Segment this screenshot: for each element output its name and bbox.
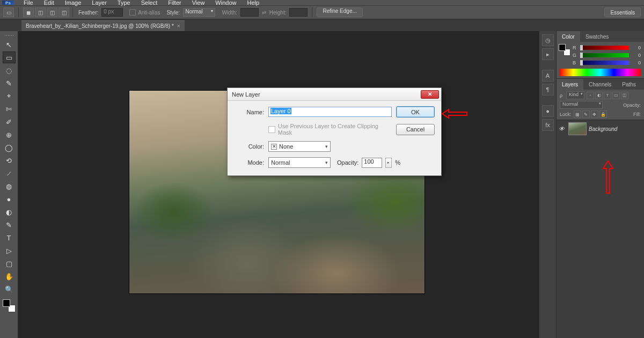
tool-preset-icon[interactable]: ▭ xyxy=(3,8,14,17)
blend-mode-dialog-select[interactable]: Normal xyxy=(268,157,331,168)
style-select[interactable]: Normal xyxy=(183,8,215,17)
lock-pixels-icon[interactable]: ✎ xyxy=(582,111,590,118)
filter-smart-icon[interactable]: ◫ xyxy=(621,92,628,99)
dialog-close-button[interactable]: ✕ xyxy=(421,90,439,99)
quick-select-tool[interactable]: ✎ xyxy=(3,77,16,89)
menu-select[interactable]: Select xyxy=(136,0,163,6)
b-slider[interactable] xyxy=(580,61,629,65)
color-label: Color: xyxy=(234,143,264,150)
opacity-spinner[interactable]: ▸ xyxy=(385,158,392,168)
menu-edit[interactable]: Edit xyxy=(39,0,60,6)
tab-paths[interactable]: Paths xyxy=(617,79,641,90)
select-add-icon[interactable]: ◫ xyxy=(35,8,46,17)
type-tool[interactable]: T xyxy=(3,232,16,244)
dialog-titlebar[interactable]: New Layer ✕ xyxy=(228,88,441,101)
filter-type-icon[interactable]: T xyxy=(604,92,611,99)
layer-thumbnail[interactable] xyxy=(568,122,587,135)
lock-position-icon[interactable]: ✥ xyxy=(591,111,598,118)
height-input xyxy=(289,8,308,17)
crop-tool[interactable]: ⌖ xyxy=(3,90,16,102)
zoom-tool[interactable]: 🔍 xyxy=(3,283,16,295)
history-brush-tool[interactable]: ⟲ xyxy=(3,155,16,166)
healing-tool[interactable]: ✐ xyxy=(3,116,16,128)
lock-all-icon[interactable]: 🔒 xyxy=(599,111,607,118)
b-label: B xyxy=(573,60,578,65)
tools-grip-icon[interactable] xyxy=(3,33,16,38)
layer-kind-filter[interactable]: Kind xyxy=(566,91,584,99)
tab-channels[interactable]: Channels xyxy=(583,79,617,90)
feather-input[interactable]: 0 px xyxy=(101,8,123,17)
marquee-tool[interactable]: ▭ xyxy=(3,52,16,63)
stamp-tool[interactable]: ◯ xyxy=(3,142,16,153)
svg-marker-1 xyxy=(603,161,613,193)
spectrum-ramp[interactable] xyxy=(560,69,641,76)
menu-layer[interactable]: Layer xyxy=(86,0,112,6)
annotation-arrow-ok xyxy=(442,109,467,118)
menu-filter[interactable]: Filter xyxy=(163,0,186,6)
visibility-eye-icon[interactable]: 👁 xyxy=(559,126,566,132)
menu-image[interactable]: Image xyxy=(60,0,87,6)
r-slider[interactable] xyxy=(580,46,629,50)
lock-transparent-icon[interactable]: ▦ xyxy=(574,111,581,118)
menu-type[interactable]: Type xyxy=(112,0,136,6)
shape-tool[interactable]: ▢ xyxy=(3,258,16,269)
canvas-area[interactable] xyxy=(18,31,539,338)
tools-panel: ↖ ▭ ◌ ✎ ⌖ ✄ ✐ ⊕ ◯ ⟲ ⟋ ◍ ● ◐ ✎ T ▷ ▢ ✋ 🔍 xyxy=(0,31,18,338)
layers-panel: ρ Kind ▫ ◐ T ▭ ◫ Normal Opacity: Lock: ▦… xyxy=(557,90,644,338)
g-slider[interactable] xyxy=(580,53,629,57)
move-tool[interactable]: ↖ xyxy=(3,39,16,50)
select-new-icon[interactable]: ◼ xyxy=(23,8,34,17)
menubar: Ps File Edit Image Layer Type Select Fil… xyxy=(0,0,644,5)
anti-alias-checkbox xyxy=(129,9,136,16)
filter-shape-icon[interactable]: ▭ xyxy=(612,92,620,99)
cancel-button[interactable]: Cancel xyxy=(396,124,435,135)
ok-button[interactable]: OK xyxy=(396,106,435,117)
layer-item-background[interactable]: 👁 Background xyxy=(557,121,644,136)
gradient-tool[interactable]: ◍ xyxy=(3,180,16,192)
menu-view[interactable]: View xyxy=(187,0,210,6)
eyedropper-tool[interactable]: ✄ xyxy=(3,103,16,115)
filter-pixel-icon[interactable]: ▫ xyxy=(587,92,594,99)
color-swatch-pair[interactable] xyxy=(3,299,16,312)
lock-label: Lock: xyxy=(560,112,572,117)
document-tab[interactable]: Braveheart_by_-Kilian_Schinberger-19.jpg… xyxy=(21,20,185,31)
eraser-tool[interactable]: ⟋ xyxy=(3,167,16,179)
blur-tool[interactable]: ● xyxy=(3,193,16,205)
tab-swatches[interactable]: Swatches xyxy=(580,31,614,42)
menu-file[interactable]: File xyxy=(18,0,39,6)
filter-adjust-icon[interactable]: ◐ xyxy=(595,92,603,99)
anti-alias-label: Anti-alias xyxy=(138,10,160,16)
path-tool[interactable]: ▷ xyxy=(3,245,16,256)
layers-panel-header: Layers Channels Paths xyxy=(557,79,644,90)
actions-panel-icon[interactable]: ▸ xyxy=(542,48,554,60)
tab-color[interactable]: Color xyxy=(557,31,580,42)
foreground-swatch[interactable] xyxy=(3,299,10,307)
tab-layers[interactable]: Layers xyxy=(557,79,583,90)
workspace-switcher[interactable]: Essentials xyxy=(604,8,641,17)
brush-panel-icon[interactable]: ● xyxy=(542,105,554,117)
blend-mode-select[interactable]: Normal xyxy=(560,101,603,109)
brush-tool[interactable]: ⊕ xyxy=(3,129,16,141)
menu-window[interactable]: Window xyxy=(210,0,241,6)
lasso-tool[interactable]: ◌ xyxy=(3,64,16,76)
styles-panel-icon[interactable]: fx xyxy=(542,119,554,131)
hand-tool[interactable]: ✋ xyxy=(3,270,16,282)
panel-fg-swatch[interactable] xyxy=(559,44,566,51)
paragraph-panel-icon[interactable]: ¶ xyxy=(542,84,554,95)
b-value: 0 xyxy=(631,60,641,65)
refine-edge-button[interactable]: Refine Edge... xyxy=(317,8,362,17)
history-panel-icon[interactable]: ◷ xyxy=(542,34,554,46)
menu-help[interactable]: Help xyxy=(241,0,265,6)
dodge-tool[interactable]: ◐ xyxy=(3,206,16,218)
opacity-input[interactable]: 100 xyxy=(362,158,382,168)
select-subtract-icon[interactable]: ◫ xyxy=(47,8,57,17)
layer-name-input[interactable]: Layer 0 xyxy=(268,107,392,117)
document-tab-title: Braveheart_by_-Kilian_Schinberger-19.jpg… xyxy=(26,23,174,29)
select-intersect-icon[interactable]: ◫ xyxy=(58,8,69,17)
close-tab-icon[interactable]: × xyxy=(177,23,180,29)
app-logo-icon: Ps xyxy=(2,1,14,5)
layer-color-select[interactable]: ✕ None xyxy=(268,141,331,152)
character-panel-icon[interactable]: A xyxy=(542,70,554,82)
layer-list: 👁 Background xyxy=(557,120,644,338)
pen-tool[interactable]: ✎ xyxy=(3,219,16,231)
